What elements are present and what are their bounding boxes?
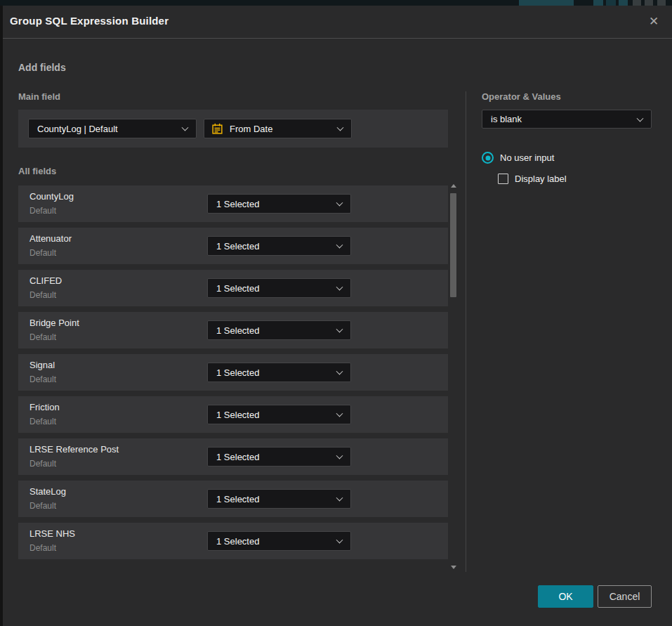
main-field-layer-dropdown[interactable]: CountyLog | Default [28, 119, 197, 138]
field-selection-dropdown[interactable]: 1 Selected [207, 278, 351, 298]
add-fields-heading: Add fields [18, 62, 66, 73]
main-field-label: Main field [18, 91, 60, 102]
selection-value: 1 Selected [216, 494, 259, 504]
selection-value: 1 Selected [216, 241, 259, 252]
scroll-down-arrow-icon[interactable] [451, 566, 456, 569]
field-name: Attenuator [29, 233, 72, 244]
selection-value: 1 Selected [216, 452, 259, 462]
selection-value: 1 Selected [216, 199, 259, 209]
background-app-strip [0, 0, 672, 6]
date-dropdown-value: From Date [230, 124, 272, 134]
field-selection-dropdown[interactable]: 1 Selected [207, 363, 351, 382]
no-user-input-radio[interactable]: No user input [482, 152, 554, 164]
chevron-down-icon [337, 124, 344, 131]
chevron-down-icon [336, 368, 343, 375]
dialog-title: Group SQL Expression Builder [10, 15, 169, 27]
display-label-checkbox[interactable]: Display label [498, 174, 567, 184]
field-row: LRSE Reference Post Default 1 Selected [18, 438, 448, 475]
field-selection-dropdown[interactable]: 1 Selected [207, 405, 351, 424]
all-fields-label: All fields [18, 166, 56, 176]
field-selection-dropdown[interactable]: 1 Selected [207, 489, 351, 509]
field-subtitle: Default [29, 332, 56, 342]
calendar-date-icon [211, 123, 223, 135]
cancel-button[interactable]: Cancel [598, 585, 652, 608]
operator-values-label: Operator & Values [482, 91, 561, 102]
chevron-down-icon [336, 284, 343, 291]
field-subtitle: Default [29, 290, 56, 300]
operator-dropdown-value: is blank [491, 114, 522, 124]
field-subtitle: Default [29, 543, 56, 553]
field-selection-dropdown[interactable]: 1 Selected [207, 194, 351, 214]
layer-dropdown-value: CountyLog | Default [37, 124, 118, 134]
field-row: Bridge Point Default 1 Selected [18, 312, 448, 348]
field-row: Attenuator Default 1 Selected [18, 228, 448, 264]
field-name: LRSE NHS [29, 528, 75, 539]
field-row: CLIFED Default 1 Selected [18, 270, 448, 306]
field-subtitle: Default [29, 417, 56, 426]
field-selection-dropdown[interactable]: 1 Selected [207, 531, 351, 551]
dialog-header: Group SQL Expression Builder ✕ [3, 6, 672, 39]
field-name: CountyLog [29, 191, 74, 202]
field-row: Signal Default 1 Selected [18, 354, 448, 391]
selection-value: 1 Selected [216, 283, 259, 294]
radio-selected-icon [482, 152, 494, 164]
chevron-down-icon [336, 242, 343, 249]
selection-value: 1 Selected [216, 367, 259, 378]
no-user-input-label: No user input [500, 152, 554, 163]
chevron-down-icon [336, 200, 343, 207]
chevron-down-icon [336, 326, 343, 333]
main-field-panel: CountyLog | Default From Date [18, 110, 448, 148]
field-selection-dropdown[interactable]: 1 Selected [207, 236, 351, 256]
background-app-fragment [519, 0, 574, 6]
group-sql-expression-builder-dialog: Group SQL Expression Builder ✕ Add field… [3, 6, 672, 626]
background-app-fragment [606, 0, 616, 6]
ok-button[interactable]: OK [538, 585, 593, 608]
background-app-fragment [657, 0, 666, 6]
scrollbar-thumb[interactable] [450, 193, 456, 297]
background-app-fragment [593, 0, 603, 6]
field-subtitle: Default [29, 501, 56, 511]
chevron-down-icon [336, 495, 343, 502]
field-subtitle: Default [29, 206, 56, 216]
field-selection-dropdown[interactable]: 1 Selected [207, 447, 351, 467]
background-app-fragment [645, 0, 653, 6]
operator-dropdown[interactable]: is blank [482, 110, 652, 129]
fields-list-scrollbar[interactable] [450, 183, 457, 570]
field-row: StateLog Default 1 Selected [18, 481, 448, 517]
close-icon[interactable]: ✕ [645, 12, 663, 30]
field-name: CLIFED [29, 275, 62, 286]
selection-value: 1 Selected [216, 536, 259, 547]
field-selection-dropdown[interactable]: 1 Selected [207, 320, 351, 340]
main-field-date-dropdown[interactable]: From Date [204, 119, 352, 138]
field-name: StateLog [29, 486, 66, 497]
checkbox-unchecked-icon [498, 174, 508, 184]
field-name: Signal [29, 360, 55, 370]
field-name: Friction [29, 402, 60, 412]
background-app-fragment [633, 0, 641, 6]
chevron-down-icon [336, 537, 343, 544]
column-divider [466, 91, 466, 572]
chevron-down-icon [336, 452, 343, 459]
chevron-down-icon [336, 410, 343, 417]
selection-value: 1 Selected [216, 410, 259, 420]
background-app-fragment [619, 0, 628, 6]
field-subtitle: Default [29, 248, 56, 258]
all-fields-list: CountyLog Default 1 Selected Attenuator … [18, 185, 448, 565]
field-subtitle: Default [29, 374, 56, 384]
display-label-label: Display label [515, 174, 567, 184]
chevron-down-icon [637, 115, 644, 122]
field-row: Friction Default 1 Selected [18, 396, 448, 433]
scroll-up-arrow-icon[interactable] [451, 184, 456, 188]
field-row: CountyLog Default 1 Selected [18, 185, 448, 222]
selection-value: 1 Selected [216, 325, 259, 336]
chevron-down-icon [182, 124, 189, 131]
field-name: LRSE Reference Post [29, 444, 119, 455]
field-subtitle: Default [29, 459, 56, 469]
field-name: Bridge Point [29, 318, 79, 328]
field-row: LRSE NHS Default 1 Selected [18, 523, 448, 559]
